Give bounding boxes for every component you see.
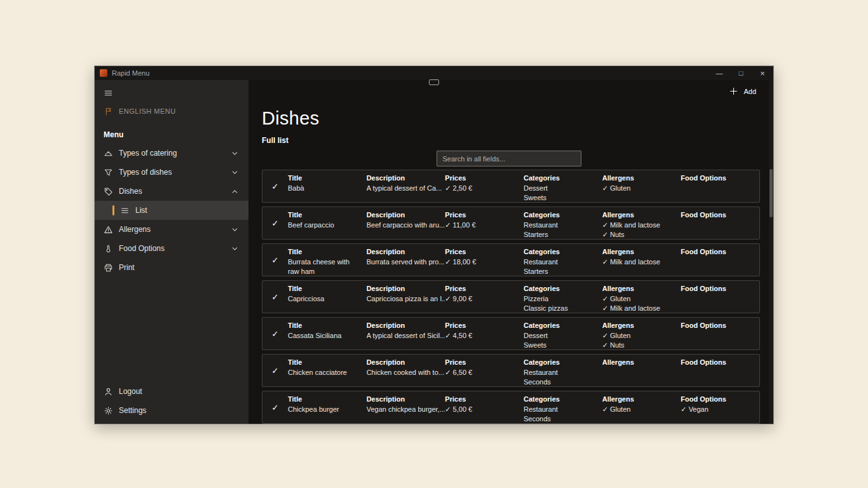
column-header: Food Options (681, 322, 756, 329)
cell-value: ✓ 18,00 € (445, 257, 520, 267)
cell-title: TitleChickpea burger (288, 391, 367, 423)
chevron-down-icon (230, 244, 240, 254)
column-header: Prices (445, 211, 520, 219)
column-header: Allergens (602, 248, 677, 255)
cell-food-options: Food Options (681, 170, 759, 202)
chevron-down-icon (230, 225, 240, 234)
dish-row[interactable]: ✓TitleBurrata cheese with raw hamDescrip… (262, 243, 760, 276)
column-header: Categories (524, 285, 599, 292)
cell-value: ✓ 6,50 € (445, 368, 520, 377)
column-header: Title (288, 174, 363, 182)
dish-row[interactable]: ✓TitleCapricciosaDescriptionCapricciosa … (262, 280, 760, 313)
cell-food-options: Food Options (681, 281, 759, 313)
dish-list: ✓TitleBabàDescriptionA typical dessert o… (262, 170, 760, 424)
row-check-icon[interactable]: ✓ (262, 281, 288, 313)
column-header: Allergens (602, 285, 677, 292)
column-header: Allergens (602, 358, 677, 366)
titlebar[interactable]: Rapid Menu — □ × (95, 66, 773, 80)
sidebar-item-types-of-catering[interactable]: Types of catering (95, 144, 248, 163)
cell-value: Cassata Siciliana (288, 331, 363, 341)
dish-row[interactable]: ✓TitleBabàDescriptionA typical dessert o… (262, 170, 760, 203)
column-header: Description (367, 174, 442, 182)
sidebar-item-allergens[interactable]: Allergens (95, 220, 248, 239)
cell-value: ✓ Gluten✓ Nuts (602, 331, 677, 349)
window-snap-handle (429, 79, 439, 85)
sidebar-item-types-of-dishes[interactable]: Types of dishes (95, 163, 248, 182)
plus-icon (729, 86, 739, 96)
cell-value: Beef carpaccio (288, 220, 363, 230)
cell-description: DescriptionBurrata served with pro... (367, 244, 445, 276)
cell-value: Capricciosa pizza is an I... (367, 294, 442, 304)
tag-icon (104, 187, 114, 196)
sidebar-item-label: Food Options (119, 244, 165, 253)
cell-food-options: Food Options (681, 318, 759, 349)
cell-value: PizzeriaClassic pizzas (524, 294, 599, 313)
column-header: Prices (445, 285, 520, 292)
selected-indicator (112, 205, 114, 215)
cell-allergens: Allergens✓ Gluten (602, 170, 681, 202)
cell-allergens: Allergens✓ Gluten✓ Milk and lactose (602, 281, 681, 313)
row-check-icon[interactable]: ✓ (262, 391, 288, 423)
column-header: Allergens (602, 174, 677, 182)
cell-title: TitleBabà (288, 170, 367, 202)
cell-value: Capricciosa (288, 294, 363, 304)
column-header: Prices (445, 358, 520, 366)
minimize-button[interactable]: — (709, 66, 730, 80)
cell-value: ✓ 11,00 € (445, 220, 520, 230)
current-menu-selector[interactable]: ENGLISH MENU (95, 103, 248, 119)
sidebar-footer: LogoutSettings (95, 382, 248, 424)
dish-row[interactable]: ✓TitleChicken cacciatoreDescriptionChick… (262, 354, 760, 387)
column-header: Allergens (602, 395, 677, 403)
column-header: Description (367, 322, 442, 329)
sidebar-item-dishes[interactable]: Dishes (95, 182, 248, 201)
chevron-down-icon (230, 168, 240, 177)
cell-value: RestaurantStarters (524, 257, 599, 276)
row-check-icon[interactable]: ✓ (262, 207, 288, 239)
cell-categories: CategoriesRestaurantSeconds (524, 391, 602, 423)
hamburger-icon (104, 88, 114, 98)
cell-food-options: Food Options (681, 207, 759, 239)
scrollbar-thumb[interactable] (770, 169, 773, 217)
row-check-icon[interactable]: ✓ (262, 355, 288, 386)
cell-categories: CategoriesDessertSweets (524, 318, 602, 349)
cell-prices: Prices✓ 6,50 € (445, 355, 524, 386)
sidebar-item-food-options[interactable]: Food Options (95, 239, 248, 258)
add-button-label: Add (743, 88, 756, 95)
column-header: Prices (445, 395, 520, 403)
sidebar-item-label: List (135, 206, 147, 215)
cell-value: ✓ 9,00 € (445, 294, 520, 304)
dish-row[interactable]: ✓TitleChickpea burgerDescriptionVegan ch… (262, 391, 760, 424)
sidebar-item-print[interactable]: Print (95, 258, 248, 277)
row-check-icon[interactable]: ✓ (262, 318, 288, 349)
maximize-button[interactable]: □ (730, 66, 752, 80)
current-menu-label: ENGLISH MENU (119, 107, 176, 115)
row-check-icon[interactable]: ✓ (262, 170, 288, 202)
warning-icon (104, 225, 114, 234)
main-content: Add Dishes Full list ✓TitleBabàDescripti… (248, 80, 769, 424)
sidebar-nav: Types of cateringTypes of dishesDishesLi… (95, 144, 248, 277)
cell-prices: Prices✓ 4,50 € (445, 318, 524, 349)
cell-description: DescriptionCapricciosa pizza is an I... (367, 281, 445, 313)
hamburger-menu-button[interactable] (95, 85, 248, 100)
cell-description: DescriptionVegan chickpea burger,... (367, 391, 445, 423)
sidebar-item-label: Allergens (119, 225, 151, 234)
cell-value: A typical dessert of Ca... (367, 184, 442, 193)
column-header: Title (288, 211, 363, 219)
list-icon (120, 206, 130, 215)
filter-icon (104, 168, 114, 177)
cell-allergens: Allergens✓ Milk and lactose✓ Nuts (602, 207, 681, 239)
column-header: Allergens (602, 211, 677, 219)
dish-row[interactable]: ✓TitleCassata SicilianaDescriptionA typi… (262, 317, 760, 350)
search-input[interactable] (437, 151, 581, 166)
column-header: Categories (524, 174, 599, 182)
sidebar-item-list[interactable]: List (95, 201, 248, 220)
window-controls: — □ × (709, 66, 773, 80)
row-check-icon[interactable]: ✓ (262, 244, 288, 276)
vertical-scrollbar[interactable] (769, 80, 773, 424)
column-header: Food Options (681, 285, 756, 292)
dish-row[interactable]: ✓TitleBeef carpaccioDescriptionBeef carp… (262, 207, 760, 240)
sidebar-item-settings[interactable]: Settings (95, 401, 248, 420)
add-button[interactable]: Add (729, 86, 756, 96)
sidebar-item-logout[interactable]: Logout (95, 382, 248, 401)
close-button[interactable]: × (752, 66, 773, 80)
